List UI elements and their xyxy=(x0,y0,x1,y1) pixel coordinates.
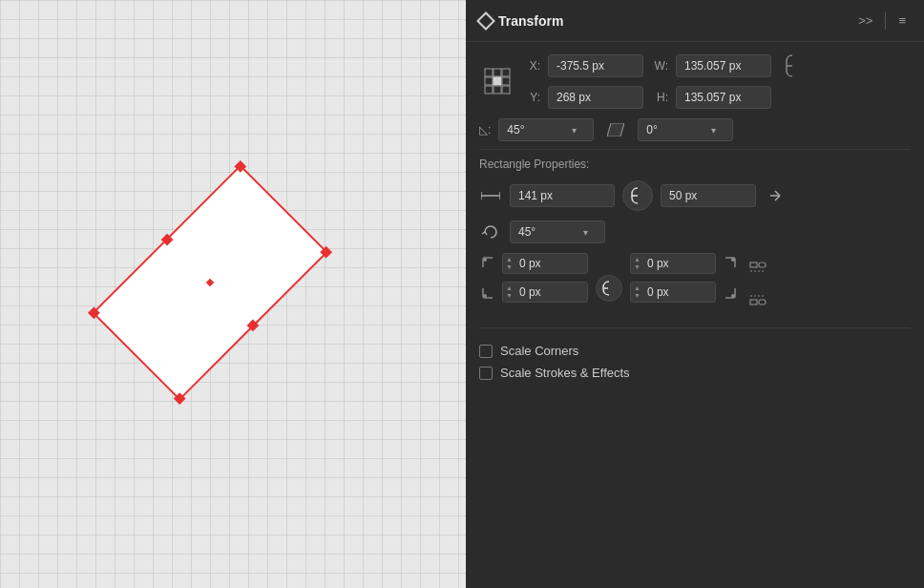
canvas xyxy=(0,0,466,588)
section-separator-1 xyxy=(479,149,911,150)
corner-tr-group: ▲ ▼ xyxy=(630,253,739,274)
corner-tl-down[interactable]: ▼ xyxy=(506,263,513,271)
y-label: Y: xyxy=(523,91,540,104)
panel-header: Transform >> ≡ xyxy=(466,0,924,42)
w-label: W: xyxy=(651,59,668,73)
corner-tl-up[interactable]: ▲ xyxy=(506,256,513,263)
corner-bl-up[interactable]: ▲ xyxy=(506,284,513,292)
corner-br-down[interactable]: ▼ xyxy=(634,292,640,300)
handle-bottom-left[interactable] xyxy=(88,306,100,319)
corners-section: ▲ ▼ xyxy=(479,253,911,320)
corner-br-input-wrapper: ▲ ▼ xyxy=(630,282,716,303)
menu-button[interactable]: ≡ xyxy=(893,11,911,30)
yh-row: Y: H: xyxy=(523,86,911,109)
rect-rotation-row: ▾ xyxy=(479,220,911,243)
w-input[interactable] xyxy=(676,54,771,77)
svg-rect-5 xyxy=(502,77,510,85)
corner-br-group: ▲ ▼ xyxy=(630,282,739,303)
wh-link-circle[interactable] xyxy=(622,180,653,211)
rectangle-shape[interactable] xyxy=(92,164,327,400)
panel-content: X: W: Y: H: xyxy=(466,42,924,399)
corner-tr-up[interactable]: ▲ xyxy=(634,256,640,263)
panel-title: Transform xyxy=(498,13,563,29)
transform-grid-row: X: W: Y: H: xyxy=(479,53,911,109)
rect-height-input[interactable] xyxy=(661,184,756,207)
svg-rect-6 xyxy=(485,86,493,94)
svg-point-22 xyxy=(731,294,735,298)
coords-section: X: W: Y: H: xyxy=(523,53,911,109)
svg-rect-1 xyxy=(494,69,501,76)
rect-width-icon xyxy=(479,184,502,207)
rotation-input[interactable] xyxy=(499,119,566,140)
scale-strokes-row[interactable]: Scale Strokes & Effects xyxy=(479,366,911,380)
section-separator-2 xyxy=(479,327,911,328)
rect-rotation-input-wrapper: ▾ xyxy=(510,220,605,243)
svg-rect-8 xyxy=(502,86,510,94)
rotation-dropdown[interactable]: ▾ xyxy=(566,121,582,139)
rotation-input-wrapper: ▾ xyxy=(498,118,594,141)
corner-bl-input-wrapper: ▲ ▼ xyxy=(502,282,588,303)
handle-top-right[interactable] xyxy=(320,245,332,258)
corner-tl-group: ▲ ▼ xyxy=(479,253,588,274)
angle-row: ◺: ▾ ▾ xyxy=(479,118,911,141)
corner-tl-icon xyxy=(479,254,498,273)
corner-br-icon xyxy=(720,283,739,302)
panel-header-right: >> ≡ xyxy=(853,11,911,30)
rect-wh-row xyxy=(479,180,911,211)
handle-top-left[interactable] xyxy=(234,160,246,173)
shape-container xyxy=(148,178,272,388)
header-divider xyxy=(885,12,886,30)
corner-br-stepper: ▲ ▼ xyxy=(631,284,643,300)
corner-br-up[interactable]: ▲ xyxy=(634,284,640,292)
corner-bl-down[interactable]: ▼ xyxy=(506,292,513,300)
rect-rotation-dropdown[interactable]: ▾ xyxy=(578,223,594,242)
svg-rect-0 xyxy=(485,69,493,76)
handle-middle-left[interactable] xyxy=(160,233,173,245)
y-input[interactable] xyxy=(548,86,643,109)
wh-link-icon[interactable] xyxy=(779,53,806,78)
corner-tr-input[interactable] xyxy=(643,254,701,273)
position-grid-icon[interactable] xyxy=(479,63,515,99)
xw-row: X: W: xyxy=(523,53,911,78)
corner-tr-icon xyxy=(720,254,739,273)
corner-tr-stepper: ▲ ▼ xyxy=(631,255,643,271)
scale-corners-row[interactable]: Scale Corners xyxy=(479,344,911,358)
svg-rect-28 xyxy=(759,300,766,304)
swap-wh-icon[interactable] xyxy=(764,184,787,207)
scale-strokes-label: Scale Strokes & Effects xyxy=(500,366,630,380)
corner-bl-icon xyxy=(479,283,498,302)
corner-bl-input[interactable] xyxy=(515,283,573,302)
handle-center[interactable] xyxy=(205,278,213,285)
corner-br-input[interactable] xyxy=(643,283,701,302)
svg-rect-2 xyxy=(502,69,510,76)
expand-button[interactable]: >> xyxy=(853,11,877,30)
svg-rect-27 xyxy=(750,300,757,304)
svg-rect-3 xyxy=(485,77,493,85)
scale-strokes-checkbox[interactable] xyxy=(479,367,493,380)
rect-width-input[interactable] xyxy=(510,184,615,207)
h-input[interactable] xyxy=(676,86,771,109)
corner-type-bottom-icon[interactable] xyxy=(746,287,769,310)
scale-corners-checkbox[interactable] xyxy=(479,345,493,358)
corners-link-circle[interactable] xyxy=(596,275,622,302)
scale-corners-label: Scale Corners xyxy=(500,344,578,358)
x-input[interactable] xyxy=(548,54,643,77)
handle-middle-right[interactable] xyxy=(246,319,259,331)
corner-tr-down[interactable]: ▼ xyxy=(634,263,640,271)
rect-rotation-input[interactable] xyxy=(511,221,578,242)
x-label: X: xyxy=(523,59,540,73)
svg-marker-10 xyxy=(607,123,624,136)
corner-bl-stepper: ▲ ▼ xyxy=(503,284,515,300)
transform-panel: Transform >> ≡ xyxy=(466,0,924,588)
corner-tl-input[interactable] xyxy=(515,254,573,273)
rect-properties-title: Rectangle Properties: xyxy=(479,158,911,171)
h-label: H: xyxy=(651,91,668,104)
handle-bottom-right[interactable] xyxy=(173,392,185,405)
corners-link-col xyxy=(596,253,622,320)
skew-dropdown[interactable]: ▾ xyxy=(705,121,722,139)
right-corners: ▲ ▼ xyxy=(630,253,739,303)
corner-type-top-icon[interactable] xyxy=(746,257,769,280)
corner-tl-input-wrapper: ▲ ▼ xyxy=(502,253,588,274)
rect-properties-section: Rectangle Properties: xyxy=(479,158,911,320)
skew-input[interactable] xyxy=(639,119,705,140)
